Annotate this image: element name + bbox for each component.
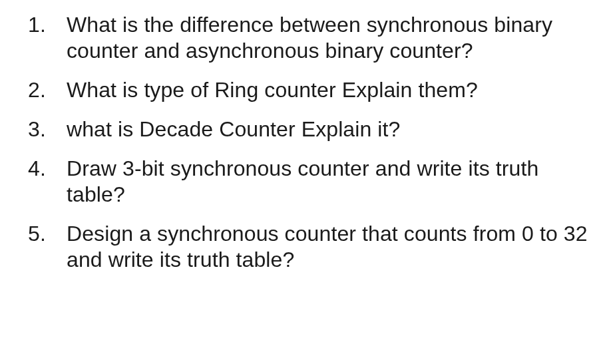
question-text: Design a synchronous counter that counts… — [67, 222, 588, 272]
question-text: What is the difference between synchrono… — [67, 13, 552, 63]
question-text: what is Decade Counter Explain it? — [67, 117, 400, 141]
document-page: What is the difference between synchrono… — [0, 0, 607, 298]
question-text: What is type of Ring counter Explain the… — [67, 78, 478, 102]
list-item: what is Decade Counter Explain it? — [67, 116, 588, 142]
list-item: What is type of Ring counter Explain the… — [67, 77, 588, 103]
list-item: Draw 3-bit synchronous counter and write… — [67, 156, 588, 208]
question-text: Draw 3-bit synchronous counter and write… — [67, 156, 538, 206]
list-item: Design a synchronous counter that counts… — [67, 221, 588, 273]
question-list: What is the difference between synchrono… — [19, 12, 588, 273]
list-item: What is the difference between synchrono… — [67, 12, 588, 64]
